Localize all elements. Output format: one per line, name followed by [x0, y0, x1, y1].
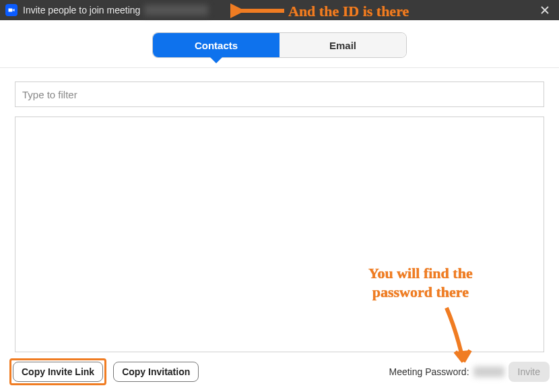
meeting-id-redacted [144, 5, 208, 15]
copy-invite-link-label: Copy Invite Link [22, 366, 94, 377]
meeting-password-label: Meeting Password: [389, 366, 469, 377]
zoom-app-icon [5, 4, 18, 16]
tabs-row: Contacts Email [0, 32, 559, 68]
invite-button-label: Invite [518, 366, 540, 377]
copy-invite-link-highlight: Copy Invite Link [9, 358, 106, 385]
copy-invitation-button[interactable]: Copy Invitation [113, 362, 199, 382]
meeting-password-redacted [473, 366, 504, 377]
invite-button[interactable]: Invite [508, 362, 550, 382]
tab-contacts-label: Contacts [195, 40, 238, 51]
tab-email[interactable]: Email [280, 33, 406, 57]
filter-input[interactable] [15, 81, 544, 107]
contacts-list[interactable] [15, 117, 544, 352]
close-button[interactable] [535, 1, 555, 19]
tab-email-label: Email [329, 40, 356, 51]
window-title: Invite people to join meeting [23, 5, 140, 15]
footer: Copy Invite Link Copy Invitation Meeting… [0, 358, 559, 385]
content-area [0, 68, 559, 359]
footer-right: Meeting Password: Invite [389, 362, 550, 382]
tab-contacts[interactable]: Contacts [153, 33, 280, 57]
copy-invitation-label: Copy Invitation [122, 366, 190, 377]
titlebar: Invite people to join meeting [0, 0, 559, 20]
tab-group: Contacts Email [152, 32, 407, 58]
copy-invite-link-button[interactable]: Copy Invite Link [13, 362, 103, 382]
close-icon [541, 6, 549, 14]
